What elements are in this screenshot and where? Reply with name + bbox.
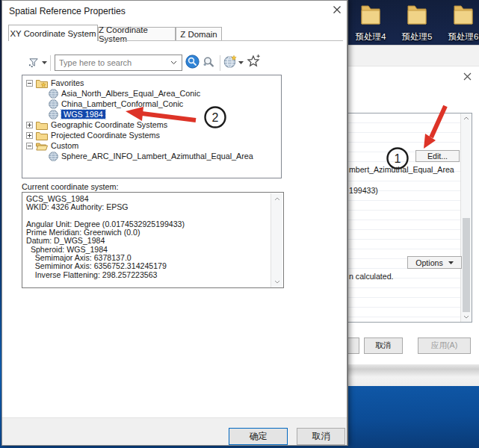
filter-icon bbox=[28, 57, 40, 68]
caret-down-icon bbox=[42, 61, 47, 64]
cancel-button-background[interactable]: 取消 bbox=[364, 337, 403, 354]
clear-search-icon bbox=[202, 55, 215, 69]
filter-button[interactable] bbox=[28, 56, 40, 69]
folder-icon bbox=[36, 131, 48, 140]
desktop-folder-label: 预处理4 bbox=[347, 31, 395, 43]
scroll-down-icon[interactable] bbox=[274, 280, 280, 284]
desktop-folder[interactable]: 预处理4 bbox=[347, 3, 395, 43]
tree-item-sphere-arc-info[interactable]: Sphere_ARC_INFO_Lambert_Azimuthal_Equal_… bbox=[22, 151, 253, 161]
toolbar-separator bbox=[220, 55, 220, 71]
tab-xy-coordinate-system[interactable]: XY Coordinate System bbox=[8, 25, 98, 41]
search-input[interactable] bbox=[55, 58, 170, 67]
background-dialog-header bbox=[348, 46, 479, 66]
cancel-button-label: 取消 bbox=[312, 430, 330, 443]
cancel-button[interactable]: 取消 bbox=[297, 428, 345, 445]
current-cs-textbox[interactable]: GCS_WGS_1984 WKID: 4326 Authority: EPSG … bbox=[22, 192, 284, 288]
cancel-label: 取消 bbox=[375, 340, 391, 351]
dialog-title: Spatial Reference Properties bbox=[9, 6, 126, 16]
options-button[interactable]: Options bbox=[407, 256, 462, 269]
folder-icon bbox=[36, 120, 48, 130]
tree-item-projected-coordinate-systems[interactable]: Projected Coordinate Systems bbox=[22, 130, 160, 140]
tree-item-label: China_Lambert_Conformal_Conic bbox=[61, 99, 183, 108]
world-dropdown-button[interactable] bbox=[238, 61, 244, 64]
scroll-down-icon[interactable] bbox=[463, 315, 469, 319]
close-button[interactable] bbox=[461, 70, 473, 82]
globe-icon bbox=[223, 55, 238, 69]
desktop-folder-label: 预处理6 bbox=[439, 31, 479, 43]
tree-item-geographic-coordinate-systems[interactable]: Geographic Coordinate Systems bbox=[22, 119, 167, 130]
tree-item-favorites[interactable]: Favorites bbox=[22, 78, 84, 88]
favorites-folder-icon bbox=[36, 78, 48, 88]
caret-down-icon bbox=[238, 61, 244, 64]
close-icon bbox=[463, 72, 472, 81]
tree-item-china-lambert[interactable]: China_Lambert_Conformal_Conic bbox=[22, 99, 183, 109]
desktop-folder[interactable]: 预处理6 bbox=[439, 3, 479, 43]
tree-item-wgs-1984[interactable]: WGS 1984 bbox=[22, 109, 105, 119]
scroll-up-icon[interactable] bbox=[274, 197, 280, 201]
current-cs-label: Current coordinate system: bbox=[22, 182, 119, 191]
open-folder-icon bbox=[36, 141, 48, 151]
tab-z-coordinate-system[interactable]: Z Coordinate System bbox=[98, 27, 176, 41]
apply-button: 应用(A) bbox=[418, 337, 471, 354]
globe-icon bbox=[49, 152, 58, 161]
apply-label: 应用(A) bbox=[431, 340, 457, 351]
background-dialog: Edit... mbert_Azimuthal_Equal_Area 19943… bbox=[348, 45, 479, 365]
add-to-favorites-button[interactable] bbox=[247, 54, 261, 68]
partial-value-text: 199433) bbox=[349, 186, 461, 195]
tree-item-label: Custom bbox=[51, 141, 78, 150]
coordinate-system-tree[interactable]: Favorites Asia_North_Albers_Equal_Area_C… bbox=[22, 75, 282, 178]
partial-note-text: n calculated. bbox=[349, 272, 461, 281]
collapse-icon[interactable] bbox=[26, 143, 33, 149]
folder-icon bbox=[454, 3, 473, 27]
window-edge-strip bbox=[348, 364, 479, 386]
expand-icon[interactable] bbox=[26, 122, 33, 128]
tab-label: XY Coordinate System bbox=[10, 29, 96, 38]
folder-icon bbox=[407, 3, 427, 27]
expand-icon[interactable] bbox=[26, 132, 33, 139]
close-icon bbox=[333, 5, 342, 14]
world-options-button[interactable] bbox=[223, 55, 238, 69]
tree-item-asia-north-albers[interactable]: Asia_North_Albers_Equal_Area_Conic bbox=[22, 88, 200, 99]
scrollbar[interactable] bbox=[460, 113, 472, 322]
dropdown-arrow-icon bbox=[448, 261, 454, 264]
tab-z-domain[interactable]: Z Domain bbox=[176, 27, 222, 41]
globe-icon bbox=[49, 99, 58, 109]
search-icon bbox=[185, 55, 200, 69]
current-cs-text: GCS_WGS_1984 WKID: 4326 Authority: EPSG … bbox=[22, 193, 283, 281]
ok-button-label: 确定 bbox=[250, 430, 268, 443]
tree-item-label: Projected Coordinate Systems bbox=[51, 131, 160, 140]
toolbar-separator bbox=[50, 55, 51, 71]
tree-item-label-selected: WGS 1984 bbox=[61, 110, 105, 119]
scroll-up-icon[interactable] bbox=[463, 116, 469, 120]
globe-icon bbox=[49, 89, 58, 99]
edit-button-label: Edit... bbox=[427, 152, 448, 161]
clear-search-button[interactable] bbox=[202, 55, 215, 69]
coordinate-list-panel: Edit... mbert_Azimuthal_Equal_Area 19943… bbox=[348, 113, 472, 323]
search-combobox[interactable] bbox=[55, 55, 182, 71]
close-button[interactable] bbox=[331, 4, 343, 16]
tab-label: Z Domain bbox=[180, 30, 217, 39]
tree-item-label: Favorites bbox=[51, 78, 84, 87]
ok-button[interactable]: 确定 bbox=[229, 428, 288, 445]
options-button-label: Options bbox=[415, 258, 443, 267]
chevron-down-icon[interactable] bbox=[170, 60, 177, 65]
spatial-reference-dialog: Spatial Reference Properties XY Coordina… bbox=[1, 0, 347, 446]
tree-item-label: Sphere_ARC_INFO_Lambert_Azimuthal_Equal_… bbox=[61, 152, 253, 161]
partial-coordinate-name: mbert_Azimuthal_Equal_Area bbox=[349, 165, 461, 174]
scrollbar-thumb[interactable] bbox=[463, 218, 470, 312]
hidden-button-partial[interactable] bbox=[348, 337, 359, 354]
folder-icon bbox=[361, 3, 380, 27]
collapse-icon[interactable] bbox=[26, 80, 33, 87]
search-button[interactable] bbox=[185, 55, 200, 69]
tree-item-custom[interactable]: Custom bbox=[22, 140, 78, 151]
scrollbar[interactable] bbox=[271, 193, 282, 287]
tree-item-label: Geographic Coordinate Systems bbox=[51, 120, 167, 129]
dialog-footer bbox=[2, 417, 347, 445]
edit-button[interactable]: Edit... bbox=[415, 150, 460, 162]
filter-dropdown-button[interactable] bbox=[42, 61, 47, 64]
desktop: 预处理4 预处理5 预处理6 Edit... mbert_Azimuthal_E… bbox=[0, 0, 479, 448]
desktop-folder-label: 预处理5 bbox=[393, 31, 441, 43]
tree-item-label: Asia_North_Albers_Equal_Area_Conic bbox=[61, 89, 200, 98]
globe-icon bbox=[49, 110, 58, 119]
desktop-folder[interactable]: 预处理5 bbox=[393, 3, 441, 43]
